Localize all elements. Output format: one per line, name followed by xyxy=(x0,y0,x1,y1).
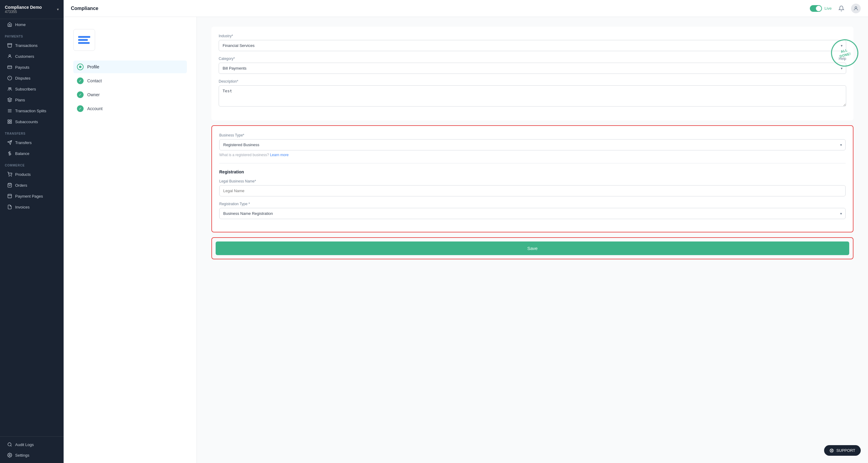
registration-title: Registration xyxy=(219,169,845,174)
subaccounts-icon xyxy=(7,119,12,124)
business-type-learn-more-link[interactable]: Learn more xyxy=(270,153,288,157)
svg-rect-2 xyxy=(7,66,11,68)
description-textarea[interactable]: Test xyxy=(219,85,846,106)
sidebar-section-commerce: COMMERCE xyxy=(0,159,64,169)
notification-icon[interactable] xyxy=(837,4,846,13)
sidebar-item-balance[interactable]: Balance xyxy=(2,148,61,159)
step-label-account: Account xyxy=(87,106,103,111)
sidebar-item-payment-pages[interactable]: Payment Pages xyxy=(2,191,61,201)
description-label: Description* xyxy=(219,79,846,84)
business-type-select-wrapper: Registered Business Starter Business NGO… xyxy=(219,139,845,151)
svg-rect-14 xyxy=(8,122,9,124)
subscribers-icon xyxy=(7,87,12,91)
svg-marker-8 xyxy=(7,98,11,100)
reg-type-select[interactable]: Business Name Registration Limited Liabi… xyxy=(219,208,845,219)
sidebar-item-plans[interactable]: Plans xyxy=(2,95,61,105)
sidebar-item-transactions[interactable]: Transactions xyxy=(2,40,61,51)
sidebar-orders-label: Orders xyxy=(15,183,27,188)
page-title: Compliance xyxy=(71,6,98,11)
industry-select[interactable]: Financial Services Technology xyxy=(219,40,846,51)
sidebar-item-audit-logs[interactable]: Audit Logs xyxy=(2,439,61,450)
svg-line-24 xyxy=(10,445,11,447)
svg-line-30 xyxy=(832,451,833,452)
sidebar-item-home[interactable]: Home xyxy=(2,20,61,30)
step-profile[interactable]: Profile xyxy=(73,61,187,73)
svg-line-32 xyxy=(832,450,833,450)
sidebar-item-payouts[interactable]: Payouts xyxy=(2,62,61,72)
invoices-icon xyxy=(7,205,12,209)
svg-point-26 xyxy=(855,7,857,8)
reg-type-label: Registration Type * xyxy=(219,202,845,206)
sidebar-item-subaccounts[interactable]: Subaccounts xyxy=(2,117,61,127)
sidebar-payment-pages-label: Payment Pages xyxy=(15,194,43,199)
svg-point-28 xyxy=(831,450,833,451)
svg-line-29 xyxy=(831,449,831,450)
industry-select-wrapper: Financial Services Technology ▾ xyxy=(219,40,846,51)
reg-type-select-wrapper: Business Name Registration Limited Liabi… xyxy=(219,208,845,219)
user-avatar[interactable] xyxy=(851,4,861,13)
brand-selector[interactable]: Compliance Demo 473355 ▾ xyxy=(0,0,64,19)
sidebar-item-disputes[interactable]: Disputes xyxy=(2,73,61,83)
save-button[interactable]: Save xyxy=(216,241,849,255)
sidebar-bottom: Audit Logs Settings xyxy=(0,436,64,463)
business-type-label: Business Type* xyxy=(219,133,845,137)
support-icon xyxy=(830,449,834,453)
sidebar-products-label: Products xyxy=(15,172,31,177)
products-icon xyxy=(7,172,12,177)
content-area: Profile ✓ Contact ✓ Owner ✓ Account xyxy=(64,17,868,463)
sidebar-item-transfers[interactable]: Transfers xyxy=(2,137,61,148)
sidebar-item-products[interactable]: Products xyxy=(2,169,61,179)
sidebar-item-settings[interactable]: Settings xyxy=(2,450,61,460)
disputes-icon xyxy=(7,76,12,80)
sidebar-home-label: Home xyxy=(15,23,26,27)
sidebar-item-subscribers[interactable]: Subscribers xyxy=(2,84,61,94)
svg-rect-13 xyxy=(10,120,11,121)
category-select-wrapper: Bill Payments E-commerce ▾ xyxy=(219,63,846,74)
sidebar-item-customers[interactable]: Customers xyxy=(2,51,61,61)
category-select[interactable]: Bill Payments E-commerce xyxy=(219,63,846,74)
svg-rect-15 xyxy=(10,122,11,124)
all-done-text: ALL DONE! xyxy=(838,47,851,59)
sidebar-splits-label: Transaction Splits xyxy=(15,109,46,113)
business-type-hint-text: What is a registered business? xyxy=(219,153,269,157)
settings-icon xyxy=(7,453,12,458)
save-btn-wrapper: Save xyxy=(211,237,854,259)
step-owner[interactable]: ✓ Owner xyxy=(73,88,187,101)
sidebar-item-orders[interactable]: Orders xyxy=(2,180,61,190)
sidebar-balance-label: Balance xyxy=(15,151,29,156)
payment-pages-icon xyxy=(7,194,12,199)
transfers-icon xyxy=(7,140,12,145)
sidebar-plans-label: Plans xyxy=(15,98,25,102)
industry-label: Industry* xyxy=(219,34,846,38)
svg-rect-12 xyxy=(8,120,9,121)
splits-icon xyxy=(7,108,12,113)
toggle-track[interactable] xyxy=(810,5,822,12)
sidebar-item-transaction-splits[interactable]: Transaction Splits xyxy=(2,106,61,116)
logo-lines-icon xyxy=(78,36,90,44)
orders-icon xyxy=(7,183,12,188)
form-area: Industry* Financial Services Technology … xyxy=(197,17,868,463)
sidebar-item-invoices[interactable]: Invoices xyxy=(2,202,61,212)
business-type-select[interactable]: Registered Business Starter Business NGO xyxy=(219,139,845,151)
support-button[interactable]: SUPPORT xyxy=(824,445,861,456)
step-contact[interactable]: ✓ Contact xyxy=(73,74,187,87)
step-circle-account: ✓ xyxy=(77,105,84,112)
audit-icon xyxy=(7,442,12,447)
step-circle-contact: ✓ xyxy=(77,77,84,84)
legal-name-group: Legal Business Name* xyxy=(219,179,845,196)
legal-name-input[interactable] xyxy=(219,185,845,196)
sidebar-transfers-label: Transfers xyxy=(15,140,31,145)
sidebar-disputes-label: Disputes xyxy=(15,76,31,80)
svg-line-33 xyxy=(831,451,831,452)
customers-icon xyxy=(7,54,12,59)
live-toggle[interactable]: Live xyxy=(810,5,832,12)
balance-icon xyxy=(7,151,12,156)
step-account[interactable]: ✓ Account xyxy=(73,102,187,115)
sidebar-settings-label: Settings xyxy=(15,453,29,458)
brand-chevron-icon: ▾ xyxy=(57,7,59,11)
sidebar-audit-label: Audit Logs xyxy=(15,442,34,447)
sidebar-customers-label: Customers xyxy=(15,54,34,59)
live-label: Live xyxy=(825,6,832,10)
svg-point-6 xyxy=(8,88,10,89)
company-logo xyxy=(73,29,95,51)
